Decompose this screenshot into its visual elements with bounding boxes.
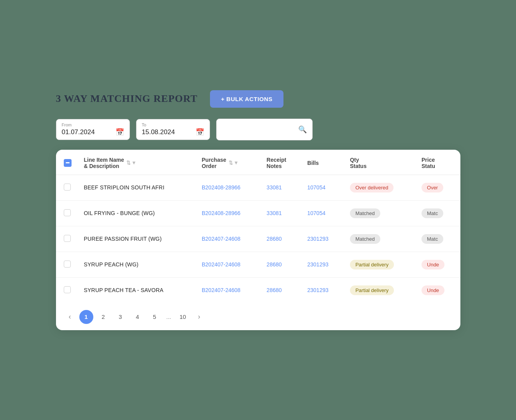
line-item-filter-icons[interactable]: ⇅ ▼ <box>126 160 136 166</box>
row-checkbox-cell[interactable] <box>56 252 78 277</box>
row-checkbox[interactable] <box>64 184 71 191</box>
prev-page-button[interactable]: ‹ <box>64 311 76 323</box>
row-purchase-order[interactable]: B202407-24608 <box>196 252 261 277</box>
price-status-badge: Over <box>422 183 443 192</box>
to-date-input[interactable]: To 15.08.2024 📅 <box>136 119 210 140</box>
row-qty-status: Matched <box>344 200 415 226</box>
to-date-label: To <box>142 122 204 127</box>
from-calendar-icon: 📅 <box>115 128 124 136</box>
row-checkbox-cell[interactable] <box>56 175 78 200</box>
row-qty-status: Matched <box>344 226 415 252</box>
row-line-item: SYRUP PEACH TEA - SAVORA <box>78 277 196 303</box>
from-date-label: From <box>62 122 124 127</box>
page-10-button[interactable]: 10 <box>176 310 190 324</box>
search-input[interactable] <box>222 126 296 133</box>
row-price-status: Over <box>415 175 460 200</box>
price-status-badge: Unde <box>422 260 444 270</box>
row-line-item: PUREE PASSION FRUIT (WG) <box>78 226 196 252</box>
checkbox-dash <box>66 162 70 163</box>
price-status-badge: Unde <box>422 285 444 295</box>
next-page-button[interactable]: › <box>193 311 205 323</box>
row-price-status: Unde <box>415 252 460 277</box>
row-purchase-order[interactable]: B202408-28966 <box>196 200 261 226</box>
row-receipt-notes[interactable]: 28680 <box>261 277 301 303</box>
price-status-badge: Matc <box>422 208 443 218</box>
row-price-status: Unde <box>415 277 460 303</box>
table-row: OIL FRYING - BUNGE (WG) B202408-28966 33… <box>56 200 460 226</box>
table-row: SYRUP PEACH TEA - SAVORA B202407-24608 2… <box>56 277 460 303</box>
col-header-price-status: PriceStatu <box>415 150 460 175</box>
filter-icon[interactable]: ▼ <box>131 160 136 166</box>
row-price-status: Matc <box>415 226 460 252</box>
row-qty-status: Partial delivery <box>344 252 415 277</box>
qty-status-badge: Matched <box>350 234 380 244</box>
row-line-item: OIL FRYING - BUNGE (WG) <box>78 200 196 226</box>
qty-status-badge: Partial delivery <box>350 260 394 270</box>
table-card: Line Item Name& Description ⇅ ▼ Purchase… <box>56 150 460 330</box>
row-checkbox-cell[interactable] <box>56 226 78 252</box>
page-title: 3 WAY MATCHING REPORT <box>56 93 198 105</box>
page-2-button[interactable]: 2 <box>96 310 110 324</box>
to-date-value: 15.08.2024 <box>142 128 175 136</box>
row-checkbox[interactable] <box>64 261 71 268</box>
table-row: PUREE PASSION FRUIT (WG) B202407-24608 2… <box>56 226 460 252</box>
row-line-item: SYRUP PEACH (WG) <box>78 252 196 277</box>
col-header-bills: Bills <box>301 150 344 175</box>
row-purchase-order[interactable]: B202408-28966 <box>196 175 261 200</box>
price-status-badge: Matc <box>422 234 443 244</box>
table-row: SYRUP PEACH (WG) B202407-24608 28680 230… <box>56 252 460 277</box>
row-qty-status: Partial delivery <box>344 277 415 303</box>
select-all-checkbox[interactable] <box>64 159 72 167</box>
header-checkbox-cell[interactable] <box>56 150 78 175</box>
col-header-purchase-order: PurchaseOrder ⇅ ▼ <box>196 150 261 175</box>
row-bills[interactable]: 2301293 <box>301 252 344 277</box>
row-receipt-notes[interactable]: 33081 <box>261 200 301 226</box>
row-checkbox-cell[interactable] <box>56 200 78 226</box>
row-receipt-notes[interactable]: 28680 <box>261 226 301 252</box>
qty-status-badge: Partial delivery <box>350 285 394 295</box>
page-4-button[interactable]: 4 <box>131 310 145 324</box>
table-row: BEEF STRIPLOIN SOUTH AFRI B202408-28966 … <box>56 175 460 200</box>
row-checkbox[interactable] <box>64 286 71 293</box>
matching-table: Line Item Name& Description ⇅ ▼ Purchase… <box>56 150 460 303</box>
sort-icon[interactable]: ⇅ <box>126 160 131 166</box>
row-qty-status: Over delivered <box>344 175 415 200</box>
row-bills[interactable]: 107054 <box>301 175 344 200</box>
row-receipt-notes[interactable]: 33081 <box>261 175 301 200</box>
page-5-button[interactable]: 5 <box>148 310 162 324</box>
from-date-input[interactable]: From 01.07.2024 📅 <box>56 119 130 140</box>
search-icon: 🔍 <box>298 125 307 134</box>
po-filter-icon[interactable]: ▼ <box>234 160 239 166</box>
to-calendar-icon: 📅 <box>196 128 204 136</box>
po-filter-icons[interactable]: ⇅ ▼ <box>229 160 239 166</box>
po-sort-icon[interactable]: ⇅ <box>229 160 233 166</box>
search-box[interactable]: 🔍 <box>216 119 313 140</box>
col-header-receipt-notes: ReceiptNotes <box>261 150 301 175</box>
row-checkbox[interactable] <box>64 235 71 242</box>
row-checkbox[interactable] <box>64 209 71 216</box>
row-price-status: Matc <box>415 200 460 226</box>
col-header-line-item: Line Item Name& Description ⇅ ▼ <box>78 150 196 175</box>
row-receipt-notes[interactable]: 28680 <box>261 252 301 277</box>
row-purchase-order[interactable]: B202407-24608 <box>196 226 261 252</box>
row-line-item: BEEF STRIPLOIN SOUTH AFRI <box>78 175 196 200</box>
row-bills[interactable]: 2301293 <box>301 226 344 252</box>
row-bills[interactable]: 2301293 <box>301 277 344 303</box>
pagination-ellipsis: ... <box>165 313 173 320</box>
pagination: ‹ 1 2 3 4 5 ... 10 › <box>56 303 460 327</box>
row-bills[interactable]: 107054 <box>301 200 344 226</box>
page-3-button[interactable]: 3 <box>114 310 128 324</box>
from-date-value: 01.07.2024 <box>62 128 95 136</box>
qty-status-badge: Matched <box>350 208 380 218</box>
qty-status-badge: Over delivered <box>350 183 394 192</box>
row-checkbox-cell[interactable] <box>56 277 78 303</box>
bulk-actions-button[interactable]: + BULK ACTIONS <box>210 90 283 108</box>
page-1-button[interactable]: 1 <box>79 310 93 324</box>
col-header-qty-status: QtyStatus <box>344 150 415 175</box>
row-purchase-order[interactable]: B202407-24608 <box>196 277 261 303</box>
